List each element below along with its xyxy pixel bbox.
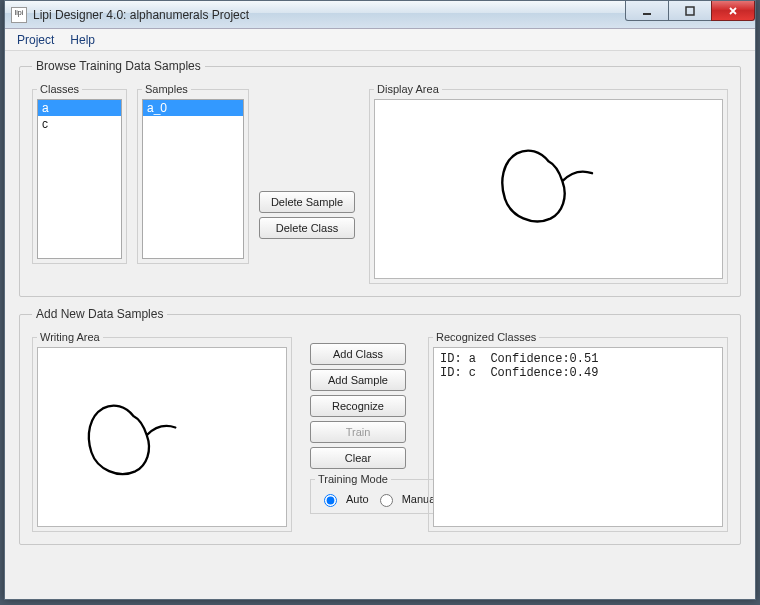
svg-rect-1	[686, 7, 694, 15]
maximize-button[interactable]	[668, 1, 712, 21]
app-window: lipi Lipi Designer 4.0: alphanumerals Pr…	[4, 0, 756, 600]
add-group: Add New Data Samples Writing Area Add Cl…	[19, 307, 741, 545]
recognized-panel: Recognized Classes ID: a Confidence:0.51…	[428, 331, 728, 532]
samples-panel: Samples a_0	[137, 83, 249, 264]
samples-label: Samples	[142, 83, 191, 95]
display-label: Display Area	[374, 83, 442, 95]
training-mode-auto-radio[interactable]	[324, 494, 337, 507]
window-buttons	[626, 1, 755, 21]
class-item[interactable]: a	[38, 100, 121, 116]
minimize-button[interactable]	[625, 1, 669, 21]
app-icon: lipi	[11, 7, 27, 23]
browse-group-label: Browse Training Data Samples	[32, 59, 205, 73]
browse-group: Browse Training Data Samples Classes ac …	[19, 59, 741, 297]
classes-label: Classes	[37, 83, 82, 95]
writing-label: Writing Area	[37, 331, 103, 343]
recognized-label: Recognized Classes	[433, 331, 539, 343]
recognize-button[interactable]: Recognize	[310, 395, 406, 417]
window-title: Lipi Designer 4.0: alphanumerals Project	[33, 8, 249, 22]
classes-panel: Classes ac	[32, 83, 127, 264]
client-area: Browse Training Data Samples Classes ac …	[5, 51, 755, 565]
recognized-classes-box: ID: a Confidence:0.51 ID: c Confidence:0…	[433, 347, 723, 527]
training-mode-manual-radio[interactable]	[380, 494, 393, 507]
add-buttons: Add Class Add Sample Recognize Train Cle…	[310, 343, 410, 514]
training-mode-group: Training Mode Auto Manual	[310, 473, 447, 514]
clear-button[interactable]: Clear	[310, 447, 406, 469]
delete-sample-button[interactable]: Delete Sample	[259, 191, 355, 213]
samples-listbox[interactable]: a_0	[142, 99, 244, 259]
writing-area[interactable]	[37, 347, 287, 527]
add-sample-button[interactable]: Add Sample	[310, 369, 406, 391]
class-item[interactable]: c	[38, 116, 121, 132]
titlebar[interactable]: lipi Lipi Designer 4.0: alphanumerals Pr…	[5, 1, 755, 29]
writing-panel: Writing Area	[32, 331, 292, 532]
menubar: Project Help	[5, 29, 755, 51]
sample-item[interactable]: a_0	[143, 100, 243, 116]
display-area	[374, 99, 723, 279]
add-group-label: Add New Data Samples	[32, 307, 167, 321]
delete-class-button[interactable]: Delete Class	[259, 217, 355, 239]
classes-listbox[interactable]: ac	[37, 99, 122, 259]
svg-rect-0	[643, 13, 651, 15]
close-button[interactable]	[711, 1, 755, 21]
train-button[interactable]: Train	[310, 421, 406, 443]
browse-buttons: Delete Sample Delete Class	[259, 191, 359, 243]
training-mode-label: Training Mode	[315, 473, 391, 485]
add-class-button[interactable]: Add Class	[310, 343, 406, 365]
training-mode-auto-label: Auto	[346, 493, 369, 505]
display-panel: Display Area	[369, 83, 728, 284]
menu-help[interactable]: Help	[62, 31, 103, 49]
menu-project[interactable]: Project	[9, 31, 62, 49]
